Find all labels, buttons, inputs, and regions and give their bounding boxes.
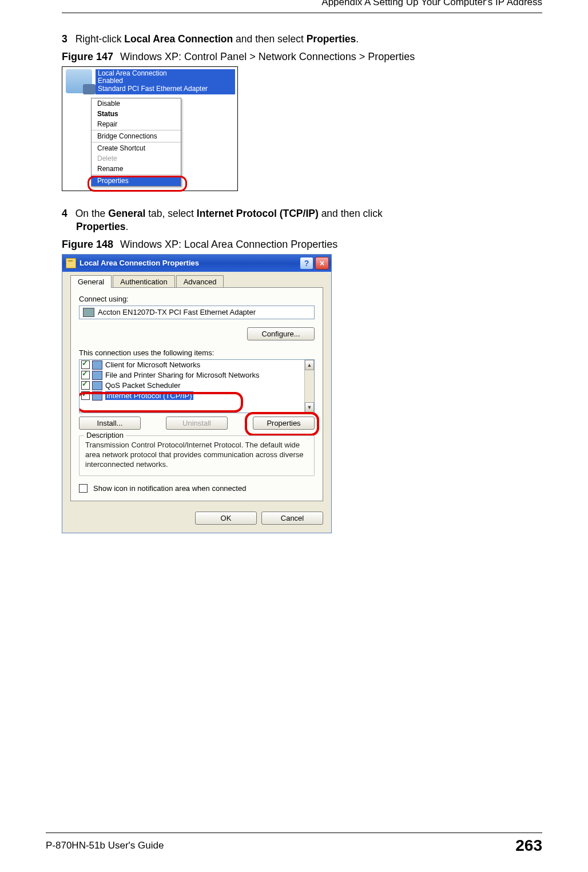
dialog-icon xyxy=(66,258,76,268)
ctx-properties[interactable]: Properties xyxy=(92,176,181,186)
ctx-bridge[interactable]: Bridge Connections xyxy=(92,131,181,141)
figure-148-label: Figure 148 xyxy=(62,239,113,250)
items-label: This connection uses the following items… xyxy=(79,348,315,357)
context-menu: Disable Status Repair Bridge Connections… xyxy=(91,98,181,187)
step-3-text-2: and then select xyxy=(233,33,306,45)
properties-button[interactable]: Properties xyxy=(253,417,315,430)
ctx-delete: Delete xyxy=(92,153,181,164)
service-icon xyxy=(92,391,102,401)
checkbox-icon[interactable] xyxy=(81,391,90,400)
description-group: Description Transmission Control Protoco… xyxy=(79,435,315,476)
description-text: Transmission Control Protocol/Internet P… xyxy=(85,441,308,470)
step-3-bold-1: Local Area Connection xyxy=(124,33,233,45)
notify-row[interactable]: Show icon in notification area when conn… xyxy=(79,484,315,493)
item-tcpip[interactable]: Internet Protocol (TCP/IP) xyxy=(80,391,314,401)
tab-panel: Connect using: Accton EN1207D-TX PCI Fas… xyxy=(70,287,323,501)
dialog-titlebar[interactable]: Local Area Connection Properties ? × xyxy=(62,255,331,272)
step-4-bold-3: Properties xyxy=(76,221,126,232)
figure-147-caption: Figure 147Windows XP: Control Panel > Ne… xyxy=(62,51,542,63)
footer-guide-name: P-870HN-51b User's Guide xyxy=(46,840,164,851)
step-4-bold-1: General xyxy=(108,208,145,219)
item-qos-label: QoS Packet Scheduler xyxy=(105,381,181,390)
ctx-status[interactable]: Status xyxy=(92,109,181,119)
ctx-disable[interactable]: Disable xyxy=(92,98,181,109)
step-3-bold-2: Properties xyxy=(307,33,356,45)
close-button[interactable]: × xyxy=(315,257,329,269)
checkbox-icon[interactable] xyxy=(81,381,90,390)
header-rule xyxy=(62,13,542,13)
tab-strip: General Authentication Advanced xyxy=(70,275,323,288)
device-name: Accton EN1207D-TX PCI Fast Ethernet Adap… xyxy=(98,308,256,316)
service-icon xyxy=(92,381,102,390)
step-4: 4On the General tab, select Internet Pro… xyxy=(62,207,542,234)
service-icon xyxy=(92,360,102,370)
uninstall-button: Uninstall xyxy=(166,417,228,430)
item-client[interactable]: Client for Microsoft Networks xyxy=(80,360,314,370)
step-3: 3Right-click Local Area Connection and t… xyxy=(62,33,542,46)
notify-label: Show icon in notification area when conn… xyxy=(93,484,246,493)
item-qos[interactable]: QoS Packet Scheduler xyxy=(80,380,314,391)
ctx-repair[interactable]: Repair xyxy=(92,119,181,129)
figure-147-text: Windows XP: Control Panel > Network Conn… xyxy=(120,51,415,62)
description-group-title: Description xyxy=(84,431,126,439)
figure-147-label: Figure 147 xyxy=(62,51,113,62)
figure-148-caption: Figure 148Windows XP: Local Area Connect… xyxy=(62,239,542,251)
checkbox-icon[interactable] xyxy=(81,371,90,379)
connect-using-label: Connect using: xyxy=(79,295,315,303)
configure-button[interactable]: Configure... xyxy=(247,327,315,340)
step-3-text-1: Right-click xyxy=(76,33,125,45)
page-number: 263 xyxy=(515,837,542,855)
figure-147-image: Local Area Connection Enabled Standard P… xyxy=(62,66,238,191)
lac-title: Local Area Connection xyxy=(98,70,233,78)
lac-title-block[interactable]: Local Area Connection Enabled Standard P… xyxy=(96,69,235,94)
ctx-shortcut[interactable]: Create Shortcut xyxy=(92,143,181,153)
item-fps-label: File and Printer Sharing for Microsoft N… xyxy=(105,371,259,379)
step-4-num: 4 xyxy=(62,208,67,219)
tab-authentication[interactable]: Authentication xyxy=(113,275,174,288)
ok-button[interactable]: OK xyxy=(195,512,257,525)
running-header: Appendix A Setting Up Your Computer's IP… xyxy=(62,0,542,8)
item-tcpip-label: Internet Protocol (TCP/IP) xyxy=(105,391,193,400)
service-icon xyxy=(92,371,102,380)
items-listbox[interactable]: Client for Microsoft Networks File and P… xyxy=(79,359,315,413)
cancel-button[interactable]: Cancel xyxy=(261,512,323,525)
checkbox-icon[interactable] xyxy=(81,360,90,369)
help-button[interactable]: ? xyxy=(300,257,313,269)
step-4-bold-2: Internet Protocol (TCP/IP) xyxy=(197,208,319,219)
page-footer: P-870HN-51b User's Guide 263 xyxy=(46,833,542,855)
tab-general[interactable]: General xyxy=(70,275,112,288)
step-4-text-2: tab, select xyxy=(145,208,197,219)
scroll-down-icon[interactable]: ▼ xyxy=(305,402,314,413)
step-3-text-3: . xyxy=(356,33,359,45)
dialog-title: Local Area Connection Properties xyxy=(80,259,199,267)
ctx-rename[interactable]: Rename xyxy=(92,164,181,174)
lac-adapter: Standard PCI Fast Ethernet Adapter xyxy=(98,85,233,93)
nic-icon xyxy=(83,308,94,317)
figure-148-dialog: Local Area Connection Properties ? × Gen… xyxy=(62,254,332,533)
item-client-label: Client for Microsoft Networks xyxy=(105,360,200,369)
lac-icon xyxy=(66,69,92,93)
step-3-num: 3 xyxy=(62,33,67,45)
step-4-text-3: and then click xyxy=(319,208,383,219)
footer-rule xyxy=(46,833,542,833)
lac-status: Enabled xyxy=(98,77,233,85)
item-button-row: Install... Uninstall Properties xyxy=(79,417,315,430)
notify-checkbox[interactable] xyxy=(79,484,88,493)
install-button[interactable]: Install... xyxy=(79,417,141,430)
scrollbar[interactable]: ▲ ▼ xyxy=(304,360,314,413)
step-4-text-4: . xyxy=(126,221,129,232)
figure-148-text: Windows XP: Local Area Connection Proper… xyxy=(120,239,337,250)
dialog-button-row: OK Cancel xyxy=(70,512,323,525)
step-4-text-1: On the xyxy=(76,208,108,219)
scroll-up-icon[interactable]: ▲ xyxy=(305,360,314,370)
device-field[interactable]: Accton EN1207D-TX PCI Fast Ethernet Adap… xyxy=(79,306,315,319)
tab-advanced[interactable]: Advanced xyxy=(176,275,224,288)
item-fps[interactable]: File and Printer Sharing for Microsoft N… xyxy=(80,370,314,380)
